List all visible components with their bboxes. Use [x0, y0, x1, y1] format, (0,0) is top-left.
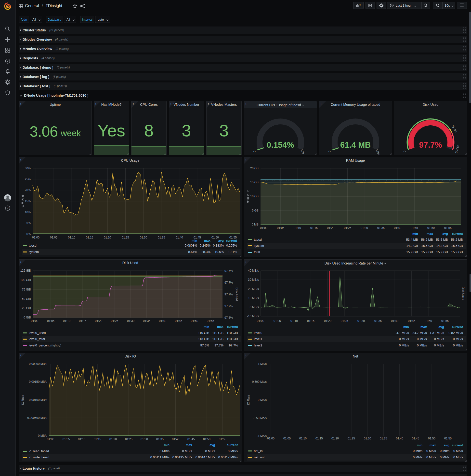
svg-text:?: ? [7, 206, 8, 210]
